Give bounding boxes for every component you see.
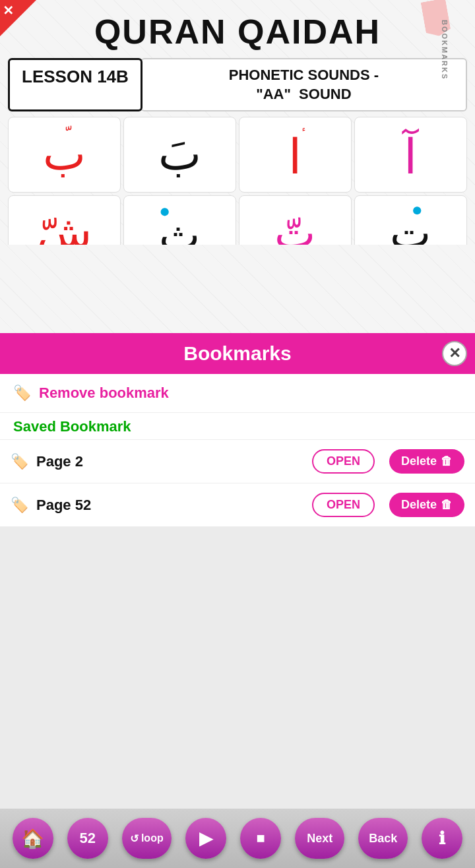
bookmark-tag-area: BOOKMARKS (424, 0, 449, 36)
play-icon: ▶ (199, 828, 212, 849)
app-title: QURAN QAIDAH (94, 13, 381, 51)
remove-bookmark-label: Remove bookmark (39, 385, 169, 402)
arabic-cell-5[interactable]: شّ (8, 195, 121, 245)
bookmarks-header: Bookmarks ✕ (0, 333, 475, 374)
close-x-icon: ✕ (449, 346, 460, 361)
nav-bar: 🏠 52 ↺ loop ▶ ■ Next Back ℹ (0, 809, 475, 868)
stop-button[interactable]: ■ (240, 818, 281, 859)
arabic-cell-3[interactable]: ا ٔ (239, 117, 352, 193)
lesson-description: PHONETIC SOUNDS -"AA" SOUND (141, 58, 467, 111)
bookmark-item-2-delete-button[interactable]: Delete 🗑 (389, 493, 464, 517)
stop-icon: ■ (256, 830, 265, 847)
svg-text:آ: آ (402, 128, 420, 184)
svg-text:ٔ: ٔ (303, 127, 306, 131)
trash-icon-2: 🗑 (441, 498, 453, 512)
info-button[interactable]: ℹ (422, 818, 462, 859)
bookmarks-close-button[interactable]: ✕ (442, 341, 467, 366)
bookmark-item-1-page: Page 2 (36, 453, 304, 470)
svg-point-8 (161, 208, 169, 216)
back-button[interactable]: Back (358, 818, 408, 859)
app-header: QURAN QAIDAH (0, 0, 475, 58)
close-icon: ✕ (0, 0, 14, 18)
back-label: Back (369, 832, 397, 846)
arabic-char-alef-madda: آ (360, 121, 460, 189)
main-content-area (0, 514, 475, 811)
delete-label-1: Delete (401, 454, 437, 468)
home-icon: 🏠 (21, 828, 44, 850)
arabic-cell-2[interactable]: بَ (123, 117, 236, 193)
arabic-char-alef-red: ا ٔ (245, 121, 345, 189)
arabic-cell-8[interactable]: ت (354, 195, 467, 245)
lesson-label: LESSON 14B (8, 58, 142, 111)
svg-text:ت: ت (391, 208, 431, 245)
loop-icon: ↺ (130, 832, 139, 845)
info-icon: ℹ (439, 828, 445, 849)
svg-point-11 (414, 206, 422, 214)
bookmark-item-1: 🏷️ Page 2 OPEN Delete 🗑 (0, 440, 475, 483)
svg-text:ا: ا (289, 130, 302, 184)
bookmark-item-2-page: Page 52 (36, 497, 304, 514)
svg-text:ب: ب (43, 128, 86, 179)
page-number-button[interactable]: 52 (67, 818, 108, 859)
svg-text:شّ: شّ (37, 206, 92, 245)
play-button[interactable]: ▶ (185, 818, 226, 859)
next-label: Next (307, 832, 332, 846)
arabic-char-ta-blue: ت (360, 200, 460, 245)
bookmarks-title: Bookmarks (183, 342, 291, 365)
lesson-bar: LESSON 14B PHONETIC SOUNDS -"AA" SOUND (8, 58, 467, 111)
arabic-char-shin: شّ (14, 200, 114, 245)
bookmarks-panel: Bookmarks ✕ 🏷️ Remove bookmark Saved Boo… (0, 333, 475, 527)
arabic-char-ba: ب ّ (14, 121, 114, 189)
svg-text:بَ: بَ (158, 128, 201, 179)
page-number-label: 52 (79, 830, 95, 847)
loop-label: loop (141, 832, 164, 844)
remove-bookmark-row[interactable]: 🏷️ Remove bookmark (0, 374, 475, 413)
delete-label-2: Delete (401, 498, 437, 512)
arabic-cell-7[interactable]: تّ (239, 195, 352, 245)
home-button[interactable]: 🏠 (13, 818, 53, 859)
bookmark-vertical-label: BOOKMARKS (441, 20, 449, 80)
bookmark-item-1-open-button[interactable]: OPEN (312, 449, 375, 474)
bookmark-item-1-delete-button[interactable]: Delete 🗑 (389, 449, 464, 474)
remove-bookmark-icon: 🏷️ (13, 385, 31, 402)
arabic-cell-4[interactable]: آ (354, 117, 467, 193)
bookmark-item-1-icon: 🏷️ (11, 453, 28, 470)
arabic-char-ta-pink: تّ (245, 200, 345, 245)
saved-bookmark-section: Saved Bookmark (0, 413, 475, 440)
next-button[interactable]: Next (295, 818, 344, 859)
loop-button[interactable]: ↺ loop (122, 818, 172, 859)
bookmark-item-2-open-button[interactable]: OPEN (312, 493, 375, 517)
arabic-cell-6[interactable]: ث (123, 195, 236, 245)
arabic-char-ba-fatha: بَ (129, 121, 230, 189)
arabic-cell-1[interactable]: ب ّ (8, 117, 121, 193)
arabic-grid-row1: ب ّ بَ ا ٔ آ (8, 117, 467, 193)
saved-bookmark-label: Saved Bookmark (13, 418, 131, 435)
bookmark-item-2: 🏷️ Page 52 OPEN Delete 🗑 (0, 483, 475, 527)
bookmark-item-2-icon: 🏷️ (11, 497, 28, 514)
trash-icon-1: 🗑 (441, 454, 453, 468)
arabic-grid-row2: شّ ث تّ ت (8, 195, 467, 245)
svg-text:تّ: تّ (275, 208, 316, 245)
arabic-char-tha-blue: ث (129, 200, 230, 245)
